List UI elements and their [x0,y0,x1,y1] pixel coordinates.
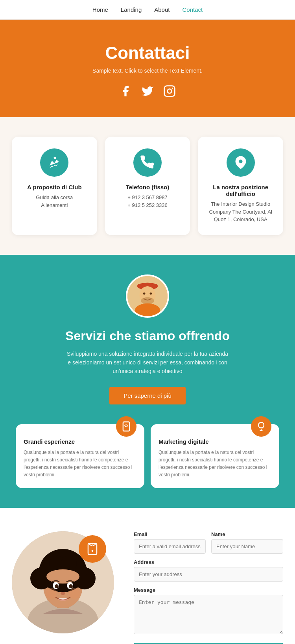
club-card-title: A proposito di Club [20,184,89,190]
location-card-title: La nostra posizione dell'ufficio [206,184,275,197]
runner-icon-circle [40,148,68,177]
nav-about[interactable]: About [154,6,170,13]
service-card-1-desc: Qualunque sia la portata e la natura dei… [24,449,136,479]
nav-landing[interactable]: Landing [121,6,142,13]
info-section: A proposito di Club Guida alla corsa All… [0,117,295,255]
contact-form: Email Name Address Message INVIA Immagin… [134,531,283,644]
contact-section: Email Name Address Message INVIA Immagin… [0,508,295,644]
hero-section: Contattaci Sample text. Click to select … [0,20,295,117]
services-section: Servizi che stiamo offrendo Sviluppiamo … [0,255,295,508]
avatar-svg [127,274,168,318]
address-label: Address [134,559,283,565]
svg-point-37 [69,588,80,599]
hero-subtitle: Sample text. Click to select the Text El… [16,68,279,74]
service-card-2-desc: Qualunque sia la portata e la natura dei… [159,449,271,479]
svg-point-17 [92,550,94,552]
mobile-icon [121,421,132,432]
twitter-icon[interactable] [141,85,154,97]
service-card-experiences: Grandi esperienze Qualunque sia la porta… [16,424,144,488]
svg-point-12 [150,292,152,295]
facebook-icon[interactable] [119,85,132,97]
nav-home[interactable]: Home [92,6,108,13]
address-form-group: Address [134,559,283,582]
info-card-location: La nostra posizione dell'ufficio The Int… [198,137,283,235]
svg-point-30 [46,569,79,584]
location-icon-circle [227,148,255,177]
message-form-group: Message [134,587,283,636]
phone-badge-icon [79,535,106,563]
service-cards-container: Grandi esperienze Qualunque sia la porta… [16,424,279,488]
email-label: Email [134,531,206,537]
phone-card-text: + 912 3 567 8987 + 912 5 252 3336 [113,194,183,209]
svg-point-29 [61,556,77,571]
message-label: Message [134,587,283,593]
navigation: Home Landing About Contact [0,0,295,20]
club-card-text: Guida alla corsa Allenamenti [20,194,89,209]
lightbulb-icon [256,421,267,432]
lightbulb-icon-circle [251,416,271,437]
learn-more-button[interactable]: Per saperne di più [109,387,186,404]
services-title: Servizi che stiamo offrendo [16,329,279,343]
nav-contact[interactable]: Contact [182,6,203,13]
hero-title: Contattaci [16,43,279,63]
svg-point-36 [46,588,57,599]
service-card-marketing: Marketing digitale Qualunque sia la port… [151,424,279,488]
phone-signal-icon [85,542,100,556]
name-input[interactable] [211,539,283,554]
svg-point-11 [143,292,146,295]
svg-rect-0 [164,86,175,97]
phone-icon-circle [133,148,162,177]
address-input[interactable] [134,567,283,582]
svg-point-2 [172,88,173,89]
service-card-1-title: Grandi esperienze [24,438,136,445]
social-icons [16,85,279,97]
info-card-club: A proposito di Club Guida alla corsa All… [12,137,97,235]
phone-icon [140,156,155,170]
mobile-icon-circle [116,416,136,437]
name-label: Name [211,531,283,537]
contact-left-side [12,531,122,644]
runner-icon [47,156,61,170]
svg-point-3 [54,157,56,159]
location-card-text: The Interior Design Studio Company The C… [206,200,275,223]
name-form-group: Name [211,531,283,554]
message-input[interactable] [134,595,283,634]
svg-point-4 [239,160,242,163]
instagram-icon[interactable] [163,85,176,97]
service-card-2-title: Marketing digitale [159,438,271,445]
email-name-row: Email Name [134,531,283,554]
svg-point-10 [135,303,160,317]
email-input[interactable] [134,539,206,554]
svg-point-33 [55,584,59,588]
email-form-group: Email [134,531,206,554]
svg-point-34 [69,584,73,588]
svg-point-35 [61,592,65,595]
location-icon [234,156,248,170]
phone-card-title: Telefono (fisso) [113,184,183,190]
person-avatar [126,274,169,318]
services-subtitle: Sviluppiamo una soluzione integrata indi… [65,349,230,376]
svg-point-1 [168,89,172,93]
info-card-phone: Telefono (fisso) + 912 3 567 8987 + 912 … [105,137,190,235]
